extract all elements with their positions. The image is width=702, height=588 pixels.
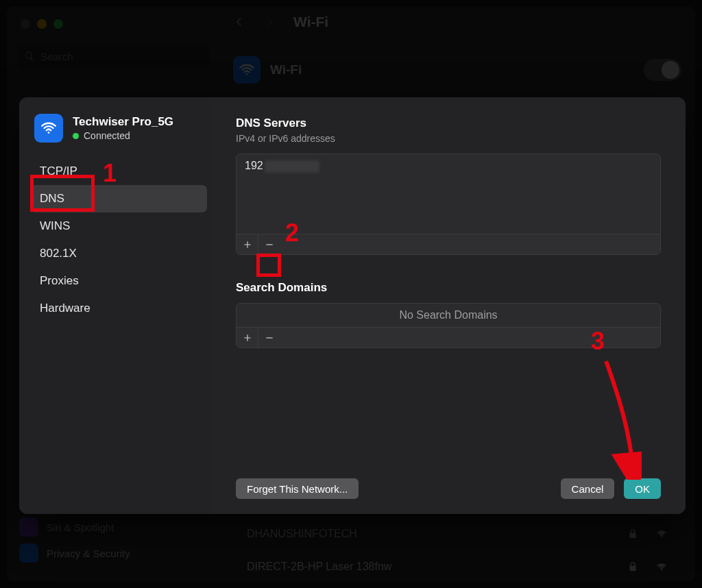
redacted-ip [265, 160, 319, 173]
status-dot-icon [73, 133, 79, 139]
tab-tcpip[interactable]: TCP/IP [30, 158, 207, 185]
svg-point-3 [48, 132, 50, 134]
cancel-button[interactable]: Cancel [561, 478, 615, 499]
remove-search-domain-button[interactable] [258, 328, 280, 348]
svg-rect-4 [266, 244, 272, 245]
tab-dns[interactable]: DNS [30, 185, 207, 212]
dns-server-row[interactable]: 192 [237, 154, 660, 234]
tab-8021x[interactable]: 802.1X [30, 240, 207, 267]
dns-servers-subtitle: IPv4 or IPv6 addresses [236, 133, 661, 144]
sheet-tabs: TCP/IP DNS WINS 802.1X Proxies Hardware [19, 155, 214, 322]
add-dns-button[interactable] [237, 234, 258, 255]
svg-rect-5 [266, 337, 272, 338]
dns-servers-title: DNS Servers [236, 117, 661, 130]
add-search-domain-button[interactable] [237, 328, 258, 348]
search-domains-list[interactable]: No Search Domains [236, 303, 661, 348]
dns-server-value: 192 [245, 160, 263, 171]
remove-dns-button[interactable] [258, 234, 280, 255]
network-settings-sheet: Techwiser Pro_5G Connected TCP/IP DNS WI… [19, 97, 686, 514]
plus-icon [243, 333, 252, 343]
dns-servers-list[interactable]: 192 [236, 154, 661, 255]
forget-network-button[interactable]: Forget This Network... [236, 478, 359, 499]
search-domains-empty: No Search Domains [237, 304, 660, 327]
sheet-sidebar: Techwiser Pro_5G Connected TCP/IP DNS WI… [19, 97, 214, 514]
search-domains-title: Search Domains [236, 281, 661, 295]
network-status: Connected [73, 130, 173, 141]
sheet-network-header: Techwiser Pro_5G Connected [19, 114, 214, 155]
tab-proxies[interactable]: Proxies [30, 267, 207, 295]
minus-icon [265, 333, 274, 343]
tab-hardware[interactable]: Hardware [30, 295, 207, 322]
sheet-content: DNS Servers IPv4 or IPv6 addresses 192 S… [214, 97, 686, 514]
network-name: Techwiser Pro_5G [73, 115, 173, 129]
tab-wins[interactable]: WINS [30, 212, 207, 240]
plus-icon [243, 240, 252, 249]
minus-icon [265, 240, 274, 249]
ok-button[interactable]: OK [624, 478, 661, 499]
sheet-footer: Forget This Network... Cancel OK [236, 478, 661, 499]
wifi-icon [34, 114, 63, 143]
